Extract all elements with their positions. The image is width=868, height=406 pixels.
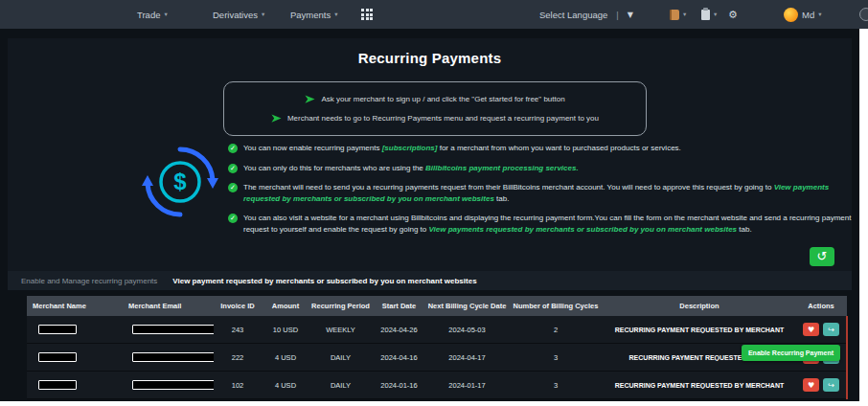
nav-menu-trade-label: Trade — [137, 10, 160, 20]
bullet-item: ✓ You can only do this for merchants who… — [228, 163, 853, 174]
help-icon[interactable] — [859, 0, 868, 29]
cell-num-cycles: 3 — [508, 381, 604, 390]
bullet-item: ✓ You can now enable recurring payments … — [228, 143, 853, 154]
cell-recurring-period: WEEKLY — [309, 326, 372, 334]
grid-dots-icon — [361, 9, 373, 20]
tab-bar: Enable and Manage recurring payments Vie… — [8, 271, 852, 290]
nav-menu-payments-label: Payments — [290, 10, 331, 20]
nav-menu-trade[interactable]: Trade ▾ — [137, 0, 168, 29]
header-description: Description — [604, 302, 795, 310]
cell-invoice-id: 243 — [214, 326, 262, 334]
bullet-text: You can also visit a website for a merch… — [243, 213, 853, 235]
instruction-text: Ask your merchant to sign up / and click… — [321, 95, 564, 103]
cell-actions: ♥ ↪ — [795, 378, 847, 392]
screen: Trade ▾ Derivatives ▾ Payments ▾ Select … — [0, 0, 868, 406]
header-start-date: Start Date — [372, 302, 426, 310]
header-merchant-name: Merchant Name — [27, 302, 123, 310]
cell-start-date: 2024-01-16 — [372, 381, 426, 390]
redacted-merchant-email — [132, 325, 214, 334]
username-label: Md — [802, 10, 814, 20]
header-invoice-id: Invoice ID — [214, 302, 262, 310]
enable-recurring-button[interactable]: ↪ — [823, 378, 839, 392]
cell-amount: 10 USD — [262, 326, 309, 334]
apps-grid-icon[interactable] — [361, 0, 373, 29]
enable-recurring-tooltip: Enable Recurring Payment — [742, 345, 840, 361]
tab-enable-manage[interactable]: Enable and Manage recurring payments — [21, 277, 157, 285]
recurring-dollar-icon: $ — [140, 142, 220, 226]
check-icon: ✓ — [228, 164, 238, 173]
top-navbar: Trade ▾ Derivatives ▾ Payments ▾ Select … — [0, 0, 868, 29]
circle-icon — [859, 8, 868, 21]
header-num-cycles: Number of Billing Cycles — [508, 302, 604, 310]
check-icon: ✓ — [228, 214, 238, 223]
table-row: 102 4 USD DAILY 2024-01-16 2024-01-17 3 … — [27, 372, 847, 399]
redacted-merchant-email — [132, 380, 214, 390]
cell-invoice-id: 102 — [214, 381, 262, 390]
redacted-merchant-name — [38, 352, 77, 362]
dollar-glyph: $ — [173, 169, 187, 194]
bullet-text: You can only do this for merchants who a… — [243, 163, 579, 174]
chevron-down-icon: ▾ — [818, 11, 821, 18]
clipboard-icon — [701, 10, 710, 20]
nav-menu-derivatives-label: Derivatives — [213, 10, 258, 20]
cell-description: RECURRING PAYMENT REQUESTED BY MERCHANT — [604, 327, 795, 333]
instruction-line: Ask your merchant to sign up / and click… — [234, 94, 636, 104]
cell-amount: 4 USD — [262, 381, 309, 390]
cell-actions: ♥ ↪ — [795, 323, 847, 336]
settings-button[interactable]: ⚙ — [728, 0, 738, 29]
chevron-down-icon: ▾ — [164, 11, 167, 18]
redacted-merchant-email — [132, 352, 214, 362]
main-content: Recurring Payments Ask your merchant to … — [0, 29, 859, 401]
instructions-box: Ask your merchant to sign up / and click… — [223, 81, 647, 136]
cell-recurring-period: DAILY — [309, 353, 372, 362]
cell-next-billing: 2024-05-03 — [426, 326, 508, 334]
cell-next-billing: 2024-01-17 — [426, 381, 508, 390]
cell-invoice-id: 222 — [214, 353, 262, 362]
user-menu[interactable]: Md ▾ — [784, 0, 821, 29]
nav-menu-derivatives[interactable]: Derivatives ▾ — [213, 0, 264, 29]
header-amount: Amount — [262, 302, 309, 310]
chevron-down-icon: ▾ — [683, 11, 686, 18]
divider: | — [616, 10, 618, 20]
gear-icon: ⚙ — [728, 9, 738, 21]
bullet-item: ✓ You can also visit a website for a mer… — [228, 213, 853, 235]
language-selector[interactable]: Select Language | ▼ — [539, 0, 633, 29]
cell-start-date: 2024-04-26 — [372, 326, 426, 334]
redacted-merchant-name — [38, 325, 77, 334]
favorite-button[interactable]: ♥ — [803, 378, 819, 392]
table-row: 222 4 USD DAILY 2024-04-16 2024-04-17 3 … — [27, 344, 847, 372]
tab-view-requested[interactable]: View payment requested by merchants or s… — [172, 277, 476, 285]
table-right-marker — [846, 316, 848, 399]
chevron-down-icon: ▼ — [628, 11, 633, 19]
cell-num-cycles: 2 — [508, 326, 604, 334]
reports-menu[interactable]: ▾ — [701, 0, 717, 29]
check-icon: ✓ — [228, 144, 238, 153]
chevron-down-icon: ▾ — [262, 11, 264, 18]
book-icon — [670, 10, 679, 20]
page-title: Recurring Payments — [0, 50, 859, 66]
cell-num-cycles: 3 — [508, 353, 604, 362]
cell-amount: 4 USD — [262, 353, 309, 362]
enable-recurring-button[interactable]: ↪ — [823, 323, 839, 336]
bullet-item: ✓ The merchant will need to send you a r… — [228, 182, 853, 204]
header-merchant-email: Merchant Email — [123, 302, 214, 310]
header-recurring-period: Recurring Period — [309, 302, 372, 310]
nav-menu-payments[interactable]: Payments ▾ — [290, 0, 338, 29]
avatar — [784, 8, 798, 22]
header-actions: Actions — [795, 302, 847, 310]
favorite-button[interactable]: ♥ — [803, 323, 819, 336]
language-label: Select Language — [539, 10, 607, 20]
cell-recurring-period: DAILY — [309, 381, 372, 390]
recurring-payments-table: Merchant Name Merchant Email Invoice ID … — [27, 296, 847, 399]
table-header-row: Merchant Name Merchant Email Invoice ID … — [27, 296, 847, 316]
chevron-down-icon: ▾ — [334, 11, 337, 18]
paper-plane-icon — [305, 94, 315, 104]
instruction-line: Merchant needs to go to Recurring Paymen… — [234, 113, 636, 124]
history-refresh-button[interactable]: ↺ — [810, 247, 834, 266]
cell-next-billing: 2024-04-17 — [426, 353, 508, 362]
redacted-merchant-name — [38, 380, 77, 390]
paper-plane-icon — [271, 113, 282, 124]
orders-menu[interactable]: ▾ — [670, 0, 686, 29]
cell-description: RECURRING PAYMENT REQUESTED BY MERCHANT — [604, 382, 795, 389]
bullet-text: You can now enable recurring payments [s… — [243, 143, 681, 154]
